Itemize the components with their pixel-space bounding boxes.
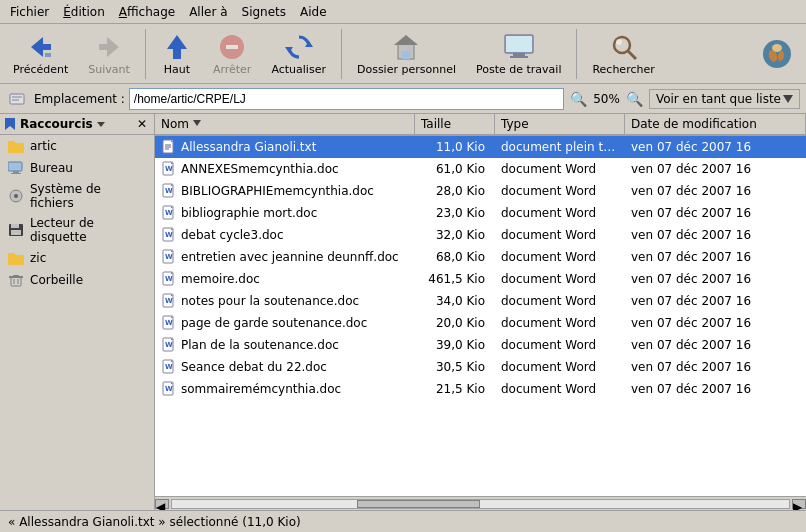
- menu-edition[interactable]: Édition: [57, 4, 111, 20]
- sidebar-header: Raccourcis ✕: [0, 114, 154, 135]
- address-input[interactable]: [129, 88, 564, 110]
- svg-marker-3: [167, 35, 187, 59]
- sidebar-item-zic[interactable]: zic: [0, 247, 154, 269]
- file-name: ANNEXESmemcynthia.doc: [181, 162, 339, 176]
- file-date-cell: ven 07 déc 2007 16: [625, 184, 806, 198]
- svg-rect-5: [226, 45, 238, 49]
- sidebar-item-icon: [8, 222, 24, 238]
- up-button[interactable]: Haut: [152, 27, 202, 81]
- col-header-size[interactable]: Taille: [415, 114, 495, 134]
- table-row[interactable]: Allessandra Gianoli.txt 11,0 Kio documen…: [155, 136, 806, 158]
- file-date-cell: ven 07 déc 2007 16: [625, 360, 806, 374]
- svg-rect-14: [506, 36, 532, 52]
- file-type-icon: W: [161, 161, 177, 177]
- table-row[interactable]: W sommairemémcynthia.doc 21,5 Kio docume…: [155, 378, 806, 400]
- file-type-cell: document Word: [495, 228, 625, 242]
- svg-marker-1: [45, 53, 51, 57]
- file-type-cell: document Word: [495, 272, 625, 286]
- svg-text:W: W: [165, 231, 173, 239]
- home-icon: [390, 31, 422, 63]
- file-type-icon: W: [161, 359, 177, 375]
- table-row[interactable]: W page de garde soutenance.doc 20,0 Kio …: [155, 312, 806, 334]
- col-header-date[interactable]: Date de modification: [625, 114, 806, 134]
- view-as-list-button[interactable]: Voir en tant que liste: [649, 89, 800, 109]
- file-size-cell: 23,0 Kio: [415, 206, 495, 220]
- sidebar-item-bureau[interactable]: Bureau: [0, 157, 154, 179]
- hscroll-thumb[interactable]: [357, 500, 480, 508]
- svg-point-15: [614, 37, 630, 53]
- file-type-cell: document Word: [495, 382, 625, 396]
- svg-marker-9: [394, 35, 418, 45]
- menu-affichage[interactable]: Affichage: [113, 4, 181, 20]
- file-name: sommairemémcynthia.doc: [181, 382, 341, 396]
- file-date-cell: ven 07 déc 2007 16: [625, 294, 806, 308]
- svg-text:W: W: [165, 253, 173, 261]
- search-icon: [608, 31, 640, 63]
- refresh-label: Actualiser: [271, 63, 326, 76]
- sidebar-item-corbeille[interactable]: Corbeille: [0, 269, 154, 291]
- file-type-icon: W: [161, 315, 177, 331]
- table-row[interactable]: W debat cycle3.doc 32,0 Kio document Wor…: [155, 224, 806, 246]
- file-type-cell: document Word: [495, 294, 625, 308]
- table-row[interactable]: W ANNEXESmemcynthia.doc 61,0 Kio documen…: [155, 158, 806, 180]
- file-name-cell: W sommairemémcynthia.doc: [155, 381, 415, 397]
- file-name: memoire.doc: [181, 272, 260, 286]
- svg-text:W: W: [165, 209, 173, 217]
- table-row[interactable]: W bibliographie mort.doc 23,0 Kio docume…: [155, 202, 806, 224]
- menu-fichier[interactable]: Fichier: [4, 4, 55, 20]
- sidebar-item-artic[interactable]: artic: [0, 135, 154, 157]
- toolbar-sep-1: [145, 29, 146, 79]
- hscroll-track[interactable]: [171, 499, 790, 509]
- stop-label: Arrêter: [213, 63, 252, 76]
- gnome-foot-button[interactable]: [752, 27, 802, 81]
- svg-rect-29: [8, 141, 15, 145]
- zoom-in-button[interactable]: 🔍: [624, 90, 645, 108]
- back-button[interactable]: Précédent: [4, 27, 77, 81]
- table-row[interactable]: W Seance debat du 22.doc 30,5 Kio docume…: [155, 356, 806, 378]
- svg-marker-45: [193, 120, 201, 126]
- refresh-icon: [283, 31, 315, 63]
- table-row[interactable]: W Plan de la soutenance.doc 39,0 Kio doc…: [155, 334, 806, 356]
- file-date-cell: ven 07 déc 2007 16: [625, 250, 806, 264]
- sort-icon: [193, 120, 201, 128]
- horizontal-scrollbar[interactable]: ◀ ▶: [155, 496, 806, 510]
- sidebar-item-label: artic: [30, 139, 57, 153]
- table-row[interactable]: W notes pour la soutenance.doc 34,0 Kio …: [155, 290, 806, 312]
- sidebar-item-icon: [8, 250, 24, 266]
- table-row[interactable]: W BIBLIOGRAPHIEmemcynthia.doc 28,0 Kio d…: [155, 180, 806, 202]
- table-row[interactable]: W memoire.doc 461,5 Kio document Word ve…: [155, 268, 806, 290]
- svg-rect-30: [8, 162, 22, 171]
- hscroll-left-btn[interactable]: ◀: [155, 499, 169, 509]
- file-size-cell: 68,0 Kio: [415, 250, 495, 264]
- home-label: Dossier personnel: [357, 63, 456, 76]
- sidebar-item-lecteur-de-disquette[interactable]: Lecteur de disquette: [0, 213, 154, 247]
- toolbar-sep-3: [576, 29, 577, 79]
- col-header-name[interactable]: Nom: [155, 114, 415, 134]
- search-button[interactable]: Rechercher: [583, 27, 663, 81]
- menubar: Fichier Édition Affichage Aller à Signet…: [0, 0, 806, 24]
- svg-point-21: [772, 44, 782, 52]
- refresh-button[interactable]: Actualiser: [262, 27, 335, 81]
- file-size-cell: 61,0 Kio: [415, 162, 495, 176]
- home-button[interactable]: Dossier personnel: [348, 27, 465, 81]
- file-name-cell: W Seance debat du 22.doc: [155, 359, 415, 375]
- forward-button[interactable]: Suivant: [79, 27, 139, 81]
- hscroll-right-btn[interactable]: ▶: [792, 499, 806, 509]
- stop-button[interactable]: Arrêter: [204, 27, 261, 81]
- table-row[interactable]: W entretien avec jeannine deunnff.doc 68…: [155, 246, 806, 268]
- toolbar-sep-2: [341, 29, 342, 79]
- filelist-body: Allessandra Gianoli.txt 11,0 Kio documen…: [155, 136, 806, 496]
- desktop-button[interactable]: Poste de travail: [467, 27, 570, 81]
- file-date-cell: ven 07 déc 2007 16: [625, 140, 806, 154]
- sidebar-close-button[interactable]: ✕: [134, 117, 150, 131]
- zoom-out-button[interactable]: 🔍: [568, 90, 589, 108]
- col-header-type[interactable]: Type: [495, 114, 625, 134]
- svg-text:W: W: [165, 319, 173, 327]
- menu-aide[interactable]: Aide: [294, 4, 333, 20]
- up-icon: [161, 31, 193, 63]
- menu-aller[interactable]: Aller à: [183, 4, 233, 20]
- sidebar-item-système-de-fichiers[interactable]: Système de fichiers: [0, 179, 154, 213]
- edit-location-icon: [6, 88, 28, 110]
- main-area: Raccourcis ✕ artic Bureau Système de fic…: [0, 114, 806, 510]
- menu-signets[interactable]: Signets: [236, 4, 293, 20]
